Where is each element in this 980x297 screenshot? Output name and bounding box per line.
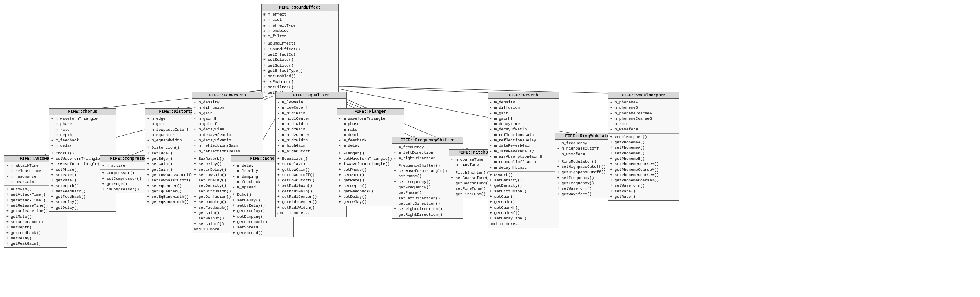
class-reverb: FIFE::Reverb - m_density - m_diffusion -… [488,92,559,228]
soundeffect-title: FIFE::SoundEffect [262,4,338,11]
reverb-title: FIFE::Reverb [488,92,559,99]
equalizer-title: FIFE::Equalizer [276,92,346,99]
class-equalizer: FIFE::Equalizer - m_lowGain - m_lowCutof… [275,92,347,217]
vocalmorpher-fields: - m_phonemeA - m_phonemeB - m_phonemeCoa… [608,99,679,134]
reverb-fields: - m_density - m_diffusion - m_gain - m_g… [488,99,559,172]
equalizer-fields: - m_lowGain - m_lowCutoff - m_mid1Gain -… [276,99,346,155]
soundeffect-fields: # m_effect # m_slot # m_effectType # m_e… [262,11,338,40]
flanger-title: FIFE::Flanger [337,109,404,115]
frequencyshifter-title: FIFE::FrequencyShifter [392,137,463,144]
soundeffect-methods: + SoundEffect() + ~SoundEffect() + getEf… [262,40,338,96]
reverb-methods: + Reverb() + setDensity() + getDensity()… [488,172,559,228]
vocalmorpher-title: FIFE::VocalMorpher [608,92,679,99]
diagram-container: FIFE::SoundEffect # m_effect # m_slot # … [0,0,980,297]
vocalmorpher-methods: + VocalMorpher() + getPhonemeA() + setPh… [608,134,679,201]
class-vocalmorpher: FIFE::VocalMorpher - m_phonemeA - m_phon… [608,92,679,201]
chorus-title: FIFE::Chorus [49,109,116,115]
equalizer-methods: + Equalizer() + setDelay() + getLowGain(… [276,155,346,217]
eaxreverb-fields: - m_density - m_diffusion - m_gain - m_g… [192,99,263,155]
chorus-fields: - m_waveformTriangle - m_phase - m_rate … [49,115,116,150]
eaxreverb-title: FIFE::EaxReverb [192,92,263,99]
svg-line-12 [326,86,641,94]
class-soundeffect: FIFE::SoundEffect # m_effect # m_slot # … [261,4,339,96]
